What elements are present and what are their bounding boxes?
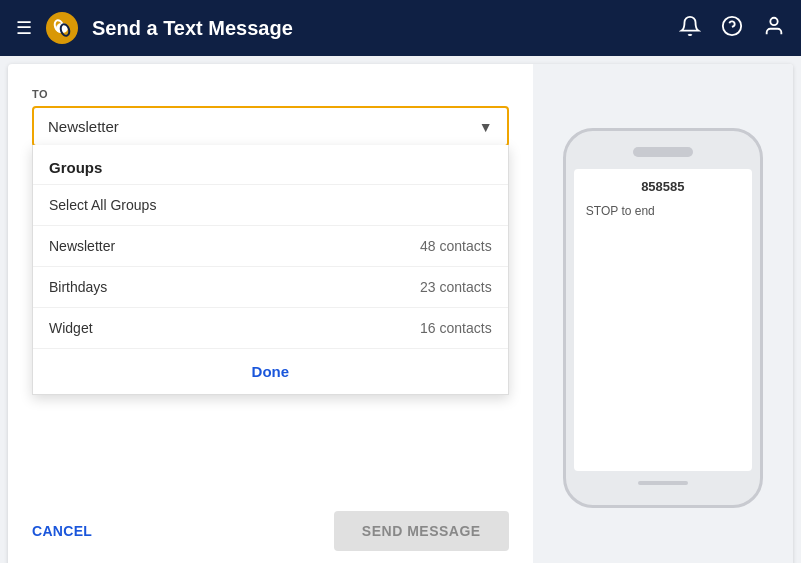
group-item-newsletter[interactable]: Newsletter 48 contacts bbox=[33, 225, 508, 266]
page-title: Send a Text Message bbox=[92, 17, 667, 40]
left-panel: TO Newsletter ▼ Groups Select All Groups… bbox=[8, 64, 533, 563]
group-item-birthdays[interactable]: Birthdays 23 contacts bbox=[33, 266, 508, 307]
select-all-groups[interactable]: Select All Groups bbox=[33, 184, 508, 225]
phone-number: 858585 bbox=[586, 179, 740, 194]
send-message-button[interactable]: SEND MESSAGE bbox=[334, 511, 509, 551]
chevron-down-icon: ▼ bbox=[479, 119, 493, 135]
menu-icon[interactable]: ☰ bbox=[16, 17, 32, 39]
phone-home-bar bbox=[638, 481, 688, 485]
select-display[interactable]: Newsletter ▼ bbox=[34, 108, 507, 145]
phone-mockup: 858585 STOP to end bbox=[563, 128, 763, 508]
groups-dropdown: Groups Select All Groups Newsletter 48 c… bbox=[32, 145, 509, 395]
main-content: TO Newsletter ▼ Groups Select All Groups… bbox=[8, 64, 793, 563]
phone-notch bbox=[633, 147, 693, 157]
done-button[interactable]: Done bbox=[33, 348, 508, 394]
help-icon[interactable] bbox=[721, 15, 743, 42]
svg-point-5 bbox=[770, 17, 777, 24]
recipient-select[interactable]: Newsletter ▼ Groups Select All Groups Ne… bbox=[32, 106, 509, 147]
contact-count: 16 contacts bbox=[420, 320, 492, 336]
group-name: Newsletter bbox=[49, 238, 115, 254]
groups-title: Groups bbox=[33, 145, 508, 184]
phone-screen: 858585 STOP to end bbox=[574, 169, 752, 471]
group-name: Birthdays bbox=[49, 279, 107, 295]
bell-icon[interactable] bbox=[679, 15, 701, 42]
app-header: ☰ Send a Text Message bbox=[0, 0, 801, 56]
selected-value: Newsletter bbox=[48, 118, 119, 135]
phone-preview-message: STOP to end bbox=[586, 204, 740, 218]
group-name: Widget bbox=[49, 320, 93, 336]
cancel-button[interactable]: CANCEL bbox=[32, 523, 92, 539]
group-item-widget[interactable]: Widget 16 contacts bbox=[33, 307, 508, 348]
contact-count: 48 contacts bbox=[420, 238, 492, 254]
right-panel: 858585 STOP to end bbox=[533, 64, 793, 563]
contact-count: 23 contacts bbox=[420, 279, 492, 295]
select-all-label: Select All Groups bbox=[49, 197, 156, 213]
user-icon[interactable] bbox=[763, 15, 785, 42]
header-icons bbox=[679, 15, 785, 42]
app-logo bbox=[44, 10, 80, 46]
to-label: TO bbox=[32, 88, 509, 100]
bottom-actions: CANCEL SEND MESSAGE bbox=[32, 511, 509, 551]
